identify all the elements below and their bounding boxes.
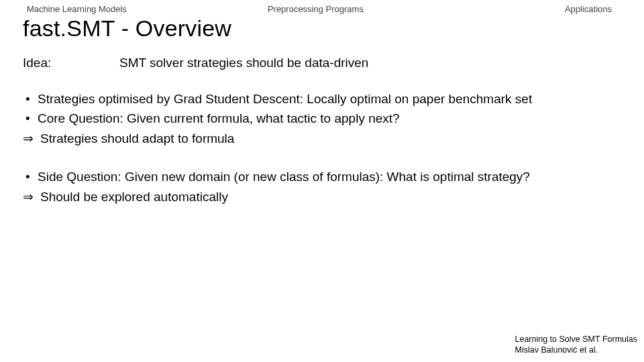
arrow-icon: ⇒ (23, 129, 40, 148)
bullet-text: Strategies optimised by Grad Student Des… (38, 90, 532, 109)
bullet-item: Core Question: Given current formula, wh… (23, 109, 644, 128)
arrow-text: Strategies should adapt to formula (40, 129, 234, 148)
citation-title: Learning to Solve SMT Formulas (515, 334, 638, 345)
page-title: fast.SMT - Overview (23, 15, 644, 42)
tab-preprocessing: Preprocessing Programs (268, 4, 364, 14)
bullet-text: Core Question: Given current formula, wh… (38, 109, 400, 128)
bullet-icon (23, 109, 38, 128)
bullet-item: Side Question: Given new domain (or new … (23, 168, 644, 186)
arrow-item: ⇒ Strategies should adapt to formula (23, 129, 644, 148)
arrow-icon: ⇒ (23, 188, 40, 206)
idea-text: SMT solver strategies should be data-dri… (119, 54, 368, 72)
bullet-icon (23, 90, 38, 109)
bullet-item: Strategies optimised by Grad Student Des… (23, 90, 644, 109)
idea-row: Idea: SMT solver strategies should be da… (23, 54, 644, 72)
citation-author: Mislav Balunović et al. (515, 345, 638, 355)
bullet-icon (23, 168, 38, 186)
citation-footer: Learning to Solve SMT Formulas Mislav Ba… (515, 334, 638, 356)
arrow-text: Should be explored automatically (40, 188, 228, 206)
header-tabs: Machine Learning Models Preprocessing Pr… (0, 0, 644, 14)
slide-content: Idea: SMT solver strategies should be da… (23, 54, 644, 206)
arrow-item: ⇒ Should be explored automatically (23, 188, 644, 206)
tab-applications: Applications (565, 4, 612, 14)
bullet-text: Side Question: Given new domain (or new … (38, 168, 530, 186)
tab-ml-models: Machine Learning Models (27, 4, 127, 14)
idea-label: Idea: (23, 54, 119, 72)
